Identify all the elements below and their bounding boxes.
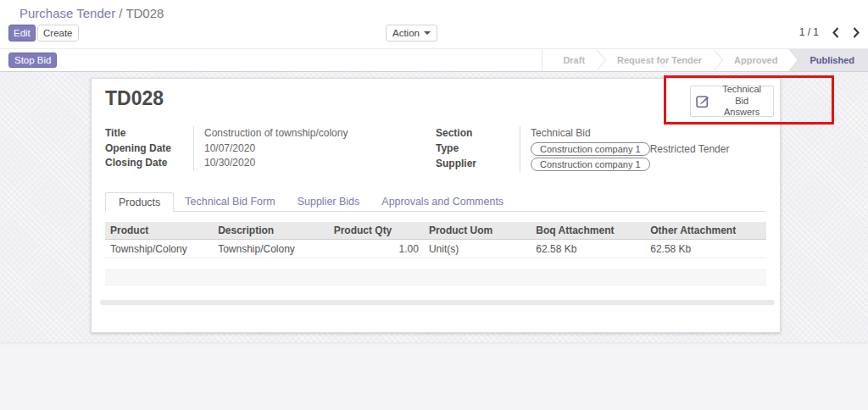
field-value: Construction of township/colony	[194, 126, 348, 141]
field-value: 10/07/2020	[194, 141, 255, 157]
action-dropdown-button[interactable]: Action	[386, 25, 437, 42]
supplier-tag: Construction company 1	[531, 142, 650, 156]
breadcrumb-current: TD028	[125, 6, 164, 20]
field-group-right: Section Technical Bid Type Construction …	[436, 126, 766, 173]
table-header-row: Product Description Product Qty Product …	[105, 222, 766, 240]
column-header-boq-attachment[interactable]: Boq Attachment	[531, 222, 645, 240]
empty-row	[105, 270, 766, 285]
smart-button-label: Technical Bid Answers	[715, 84, 768, 119]
field-value: Construction company 1	[520, 157, 650, 173]
pager-next-button[interactable]	[853, 27, 860, 38]
column-header-description[interactable]: Description	[213, 222, 329, 240]
breadcrumb-separator: /	[115, 6, 125, 20]
empty-row	[105, 258, 766, 270]
field-value: 10/30/2020	[194, 156, 255, 171]
cell-product-uom: Unit(s)	[424, 239, 531, 258]
chevron-right-icon	[853, 27, 860, 38]
create-button[interactable]: Create	[37, 25, 79, 42]
horizontal-scrollbar[interactable]	[100, 300, 775, 305]
status-step-approved[interactable]: Approved	[714, 49, 789, 71]
tab-technical-bid-form[interactable]: Technical Bid Form	[174, 192, 286, 211]
field-label: Title	[105, 126, 194, 141]
field-section: Section Technical Bid	[436, 126, 766, 141]
field-group-left: Title Construction of township/colony Op…	[105, 126, 429, 173]
column-header-other-attachment[interactable]: Other Attachment	[645, 222, 766, 240]
tab-approvals-and-comments[interactable]: Approvals and Comments	[370, 192, 515, 211]
content-area: TD028 Technical Bid Answers Title	[0, 72, 868, 410]
status-steps: Draft Request for Tender Approved Publis…	[542, 49, 868, 71]
products-table: Product Description Product Qty Product …	[105, 222, 766, 258]
breadcrumb-parent-link[interactable]: Purchase Tender	[19, 6, 115, 20]
form-view-background: TD028 Technical Bid Answers Title	[0, 72, 868, 342]
field-label: Closing Date	[105, 156, 194, 171]
column-header-product-qty[interactable]: Product Qty	[329, 222, 424, 240]
stop-bid-button[interactable]: Stop Bid	[8, 53, 57, 68]
form-sheet: TD028 Technical Bid Answers Title	[91, 78, 781, 333]
notebook-tabs: Products Technical Bid Form Supplier Bid…	[105, 192, 766, 212]
status-step-request-for-tender[interactable]: Request for Tender	[597, 49, 714, 71]
caret-down-icon	[424, 31, 431, 35]
empty-row	[105, 285, 766, 300]
status-step-published[interactable]: Published	[789, 49, 868, 71]
pencil-square-icon	[696, 94, 710, 109]
pager-previous-button[interactable]	[832, 27, 839, 38]
pager: 1 / 1	[799, 26, 860, 38]
statusbar: Stop Bid Draft Request for Tender Approv…	[0, 48, 868, 72]
edit-button[interactable]: Edit	[8, 25, 36, 42]
purchase-tender-form-view: Purchase Tender / TD028 Edit Create Acti…	[0, 0, 868, 410]
cell-product: Township/Colony	[105, 239, 213, 258]
field-groups: Title Construction of township/colony Op…	[105, 126, 766, 173]
supplier-tag-pill: Construction company 1	[531, 158, 650, 171]
control-panel: Purchase Tender / TD028 Edit Create Acti…	[0, 0, 868, 48]
field-label: Section	[436, 126, 520, 141]
field-value: Construction company 1Restricted Tender	[520, 141, 729, 158]
field-type: Type Construction company 1Restricted Te…	[436, 141, 766, 158]
field-label: Supplier	[436, 157, 520, 173]
field-title: Title Construction of township/colony	[105, 126, 429, 141]
cell-product-qty: 1.00	[329, 239, 424, 258]
breadcrumb: Purchase Tender / TD028	[19, 6, 164, 20]
cell-boq-attachment: 62.58 Kb	[531, 239, 645, 258]
field-closing-date: Closing Date 10/30/2020	[105, 156, 429, 171]
tab-products[interactable]: Products	[105, 192, 174, 212]
record-title: TD028	[105, 87, 766, 110]
field-value: Technical Bid	[520, 126, 591, 141]
pager-value: 1 / 1	[799, 26, 819, 38]
field-opening-date: Opening Date 10/07/2020	[105, 141, 429, 157]
cell-other-attachment: 62.58 Kb	[645, 239, 766, 258]
action-label: Action	[392, 28, 420, 38]
chevron-left-icon	[832, 27, 839, 38]
technical-bid-answers-button[interactable]: Technical Bid Answers	[690, 86, 774, 117]
status-step-draft[interactable]: Draft	[542, 49, 597, 71]
table-row[interactable]: Township/Colony Township/Colony 1.00 Uni…	[105, 239, 766, 258]
column-header-product-uom[interactable]: Product Uom	[424, 222, 531, 240]
column-header-product[interactable]: Product	[105, 222, 213, 240]
tab-supplier-bids[interactable]: Supplier Bids	[287, 192, 371, 211]
cell-description: Township/Colony	[213, 239, 329, 258]
field-label: Opening Date	[105, 141, 194, 157]
field-supplier: Supplier Construction company 1	[436, 157, 766, 173]
field-label: Type	[436, 141, 520, 158]
